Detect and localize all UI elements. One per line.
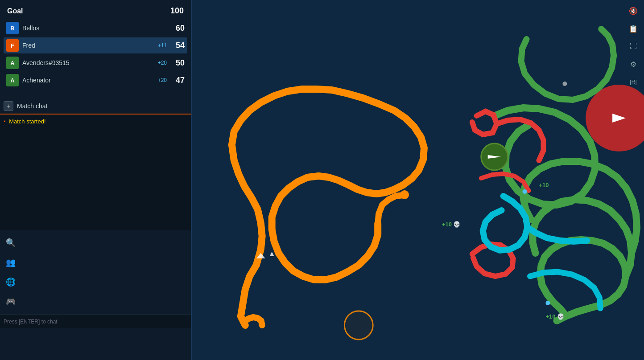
- settings-icon[interactable]: ⚙: [627, 58, 640, 70]
- chat-title: Match chat: [17, 102, 47, 110]
- chat-header: + Match chat: [0, 98, 191, 115]
- svg-point-12: [523, 189, 527, 194]
- avatar-bellos: B: [6, 22, 19, 34]
- score-points-achenator: 47: [170, 76, 185, 85]
- feed-icon[interactable]: 📋: [627, 22, 640, 35]
- chat-input-bar[interactable]: Press [ENTER] to chat: [0, 314, 191, 328]
- sidebar: Goal 100 BBellos60FFred+1154AAvenders#93…: [0, 0, 191, 360]
- score-row-bellos: BBellos60: [4, 20, 187, 36]
- game-canvas: +10 💀 +10 +10 💀: [192, 0, 644, 360]
- bottom-nav: 🔍 👥 🌐 🎮: [0, 230, 191, 314]
- chat-section: + Match chat • Match started! 🔍 👥 🌐 🎮 Pr…: [0, 98, 191, 360]
- gamepad-nav-button[interactable]: 🎮: [2, 293, 20, 311]
- svg-point-13: [545, 301, 550, 305]
- chat-expand-button[interactable]: +: [4, 101, 13, 111]
- expand-icon[interactable]: ⛶: [627, 40, 640, 53]
- score-row-avenders: AAvenders#93515+2050: [4, 55, 187, 71]
- score-header: Goal 100: [4, 4, 187, 17]
- replay-label[interactable]: [R]: [627, 76, 640, 88]
- svg-text:+10 💀: +10 💀: [545, 313, 565, 320]
- goal-value: 100: [170, 6, 184, 16]
- users-nav-button[interactable]: 👥: [2, 254, 20, 271]
- chat-message: • Match started!: [4, 118, 187, 125]
- chat-input-placeholder: Press [ENTER] to chat: [4, 319, 58, 325]
- player-name-fred: Fred: [22, 42, 158, 49]
- score-delta-fred: +11: [158, 42, 167, 49]
- score-row-fred: FFred+1154: [4, 37, 187, 53]
- avatar-fred: F: [6, 39, 19, 52]
- svg-point-14: [562, 82, 567, 86]
- score-delta-achenator: +20: [158, 77, 167, 83]
- player-name-achenator: Achenator: [22, 77, 158, 84]
- search-nav-button[interactable]: 🔍: [2, 234, 20, 252]
- globe-nav-button[interactable]: 🌐: [2, 273, 20, 291]
- chat-message-text: Match started!: [9, 118, 45, 125]
- scoreboard: Goal 100 BBellos60FFred+1154AAvenders#93…: [0, 0, 191, 90]
- player-name-avenders: Avenders#93515: [22, 59, 158, 66]
- score-row-achenator: AAchenator+2047: [4, 72, 187, 88]
- svg-rect-0: [192, 0, 644, 360]
- svg-point-1: [400, 190, 409, 199]
- volume-icon[interactable]: 🔇: [627, 4, 640, 17]
- goal-label: Goal: [7, 7, 23, 15]
- score-rows-container: BBellos60FFred+1154AAvenders#93515+2050A…: [4, 20, 187, 88]
- score-points-bellos: 60: [170, 24, 185, 33]
- game-area: 🔇 📋 ⛶ ⚙ [R] » Player died +10 💀 Player d…: [191, 0, 644, 360]
- player-name-bellos: Bellos: [22, 25, 167, 32]
- svg-point-8: [344, 311, 373, 340]
- score-points-avenders: 50: [170, 58, 185, 68]
- score-points-fred: 54: [170, 41, 185, 50]
- avatar-avenders: A: [6, 57, 19, 69]
- svg-text:+10: +10: [539, 182, 549, 188]
- avatar-achenator: A: [6, 74, 19, 86]
- chat-messages: • Match started!: [0, 115, 191, 230]
- score-delta-avenders: +20: [158, 60, 167, 66]
- top-right-icons: 🔇 📋 ⛶ ⚙ [R]: [627, 4, 640, 88]
- svg-text:+10 💀: +10 💀: [442, 221, 461, 228]
